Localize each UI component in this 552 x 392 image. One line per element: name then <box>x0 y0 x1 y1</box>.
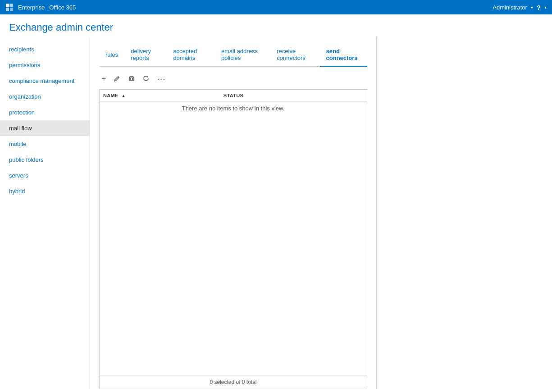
topbar-right: Administrator ▾ ? ▾ <box>493 4 547 11</box>
help-dropdown-icon[interactable]: ▾ <box>544 5 547 10</box>
sidebar-item-mobile[interactable]: mobile <box>0 136 90 152</box>
sort-arrow-icon: ▲ <box>121 93 126 98</box>
suite-name: Office 365 <box>49 4 76 11</box>
add-button[interactable]: + <box>99 73 109 84</box>
toolbar: + ··· <box>99 73 367 85</box>
detail-panel <box>376 37 552 389</box>
col-name-header[interactable]: NAME ▲ <box>100 90 220 101</box>
admin-label[interactable]: Administrator <box>493 4 527 11</box>
col-extra-header <box>300 90 367 101</box>
office-logo-icon <box>5 3 14 11</box>
sidebar-item-permissions[interactable]: permissions <box>0 57 90 73</box>
svg-rect-2 <box>6 8 9 11</box>
sidebar: recipientspermissionscompliance manageme… <box>0 37 90 389</box>
sidebar-item-protection[interactable]: protection <box>0 105 90 120</box>
tabs-bar: rulesdelivery reportsaccepted domainsema… <box>99 37 367 67</box>
table-inner: NAME ▲ STATUS There are no items to show… <box>100 90 367 375</box>
tab-accepted-domains[interactable]: accepted domains <box>167 44 215 67</box>
app-name: Enterprise <box>18 4 45 11</box>
layout: recipientspermissionscompliance manageme… <box>0 37 552 389</box>
main-content: rulesdelivery reportsaccepted domainsema… <box>90 37 376 389</box>
tab-receive-connectors[interactable]: receive connectors <box>270 44 319 67</box>
admin-dropdown-icon[interactable]: ▾ <box>531 5 533 10</box>
edit-button[interactable] <box>111 73 123 85</box>
page-title: Exchange admin center <box>9 22 543 33</box>
tab-delivery-reports[interactable]: delivery reports <box>124 44 167 67</box>
tab-email-address-policies[interactable]: email address policies <box>215 44 270 67</box>
svg-rect-1 <box>10 4 13 7</box>
refresh-button[interactable] <box>140 73 152 85</box>
svg-rect-4 <box>129 77 134 81</box>
table-container: NAME ▲ STATUS There are no items to show… <box>99 89 367 389</box>
sidebar-item-compliance-management[interactable]: compliance management <box>0 73 90 89</box>
sidebar-item-mail-flow[interactable]: mail flow <box>0 120 90 136</box>
svg-rect-0 <box>6 4 9 7</box>
sidebar-item-recipients[interactable]: recipients <box>0 41 90 57</box>
delete-button[interactable] <box>126 73 137 85</box>
empty-row: There are no items to show in this view. <box>100 101 367 116</box>
page-header: Exchange admin center <box>0 14 552 37</box>
data-table: NAME ▲ STATUS There are no items to show… <box>100 90 367 115</box>
col-status-header[interactable]: STATUS <box>220 90 300 101</box>
tab-send-connectors[interactable]: send connectors <box>320 44 367 67</box>
help-icon[interactable]: ? <box>537 4 541 11</box>
topbar: Enterprise Office 365 Administrator ▾ ? … <box>0 0 552 14</box>
empty-message: There are no items to show in this view. <box>100 101 367 116</box>
topbar-left: Enterprise Office 365 <box>5 3 76 11</box>
sidebar-item-public-folders[interactable]: public folders <box>0 152 90 168</box>
sidebar-item-organization[interactable]: organization <box>0 89 90 105</box>
sidebar-item-hybrid[interactable]: hybrid <box>0 183 90 199</box>
table-footer: 0 selected of 0 total <box>100 375 367 389</box>
more-button[interactable]: ··· <box>155 73 168 85</box>
tab-rules[interactable]: rules <box>99 48 124 64</box>
sidebar-item-servers[interactable]: servers <box>0 168 90 183</box>
svg-rect-3 <box>10 8 13 11</box>
